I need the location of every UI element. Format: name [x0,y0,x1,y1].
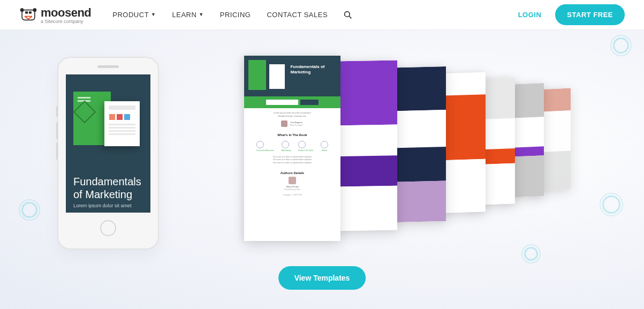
nav-learn[interactable]: LEARN ▼ [172,11,204,19]
header-right: LOGIN START FREE [518,4,625,25]
decorative-ring-icon [613,37,629,54]
author-name: Tobias FunkeChief Marketing Officer [249,185,335,191]
svg-rect-4 [29,11,32,13]
nav-contact-sales[interactable]: CONTACT SALES [267,11,328,19]
svg-rect-3 [25,11,28,13]
main-nav: PRODUCT ▼ LEARN ▼ PRICING CONTACT SALES [112,11,352,19]
logo-text: moosend [41,6,91,20]
phone-subtitle: Lorem ipsum dolor sit amet [73,203,132,208]
mockup-green-panel [248,60,266,90]
template-whats-section: What's In The Book Consumer Behaviour Ad… [244,130,340,168]
phone-mockup: Fundamentals of Marketing Lorem ipsum do… [57,57,159,250]
svg-line-6 [350,16,352,18]
feature-label: Consumer Behaviour [256,149,274,152]
template-intro-section: Lorem ipsum dolor sit amet consecteturBu… [244,108,340,130]
logo[interactable]: moosend a Sitecore company [19,6,91,24]
template-preview [333,61,397,231]
feature-icon [282,141,289,148]
template-hero-title: Fundamentals of Marketing [288,60,336,92]
decorative-ring-icon [602,195,620,214]
login-link[interactable]: LOGIN [518,11,542,19]
template-author-section: Authors Details Tobias FunkeChief Market… [244,168,340,199]
feature-icon [298,141,306,148]
phone-side-button-icon [56,142,58,160]
template-hero: Fundamentals of Marketing [244,56,340,96]
mockup-tile-icon [124,114,130,120]
search-icon[interactable] [344,11,352,19]
mockup-white-panel [269,64,285,89]
moosend-cow-icon [19,7,37,23]
svg-point-5 [345,11,350,17]
mockup-tile-icon [117,114,123,120]
svg-rect-0 [22,10,35,20]
nav-product-label: PRODUCT [112,11,149,19]
chevron-down-icon: ▼ [199,12,203,17]
mockup-white-panel [104,101,140,146]
header: moosend a Sitecore company PRODUCT ▼ LEA… [0,0,644,30]
avatar-name: Kim BegoneWeb Designer [290,121,303,126]
phone-home-button-icon [100,220,116,236]
chevron-down-icon: ▼ [151,12,156,17]
feature-label: Brand [321,149,328,152]
nav-pricing[interactable]: PRICING [220,11,251,19]
feature-label: Product Life Cycle [298,149,313,152]
hero-section: Fundamentals of Marketing Lorem ipsum do… [0,30,644,309]
template-copyright: Copyright © 2019 PUB [249,194,335,196]
phone-screen: Fundamentals of Marketing Lorem ipsum do… [66,74,150,213]
nav-pricing-label: PRICING [220,11,251,19]
mockup-tile-icon [109,114,115,120]
phone-side-button-icon [56,122,58,139]
template-stack: Fundamentals of Marketing Lorem ipsum do… [244,56,587,270]
template-preview [390,66,446,222]
phone-side-button-icon [56,106,58,117]
view-templates-button[interactable]: View Templates [278,266,366,290]
phone-title: Fundamentals of Marketing [73,175,150,201]
mock-button-icon [300,100,319,105]
svg-point-1 [20,8,24,12]
phone-speaker-icon [97,65,119,68]
mock-input-icon [266,100,298,105]
nav-learn-label: LEARN [172,11,197,19]
feature-label: Advertising [282,149,291,152]
template-whats-title: What's In The Book [249,133,335,137]
start-free-button[interactable]: START FREE [555,4,625,25]
feature-icon [321,141,328,148]
nav-product[interactable]: PRODUCT ▼ [112,11,156,19]
decorative-ring-icon [21,202,37,218]
template-author-title: Authors Details [249,171,335,175]
svg-point-2 [33,8,37,12]
author-avatar-icon [289,177,296,184]
nav-contact-label: CONTACT SALES [267,11,328,19]
avatar-icon [281,120,287,127]
feature-icon [256,141,264,148]
template-signup-bar [244,96,340,108]
template-preview-main: Fundamentals of Marketing Lorem ipsum do… [244,56,340,241]
